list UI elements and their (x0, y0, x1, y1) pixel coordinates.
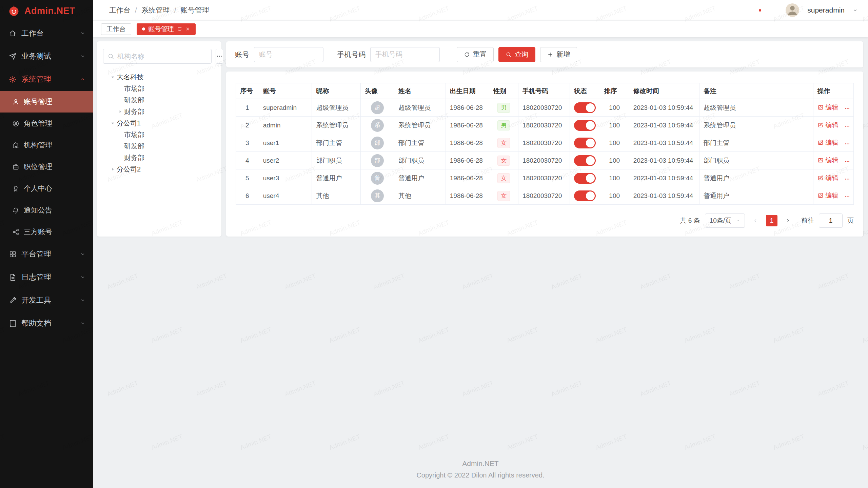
sidebar-item[interactable]: 工作台 (0, 22, 93, 45)
tree-node[interactable]: 财务部 (103, 152, 215, 163)
refresh-icon[interactable] (177, 26, 182, 32)
status-toggle[interactable] (574, 173, 596, 184)
status-toggle[interactable] (574, 120, 596, 131)
sidebar-subitem[interactable]: 角色管理 (0, 113, 93, 134)
more-icon (216, 53, 223, 60)
caret-open-icon[interactable] (108, 121, 117, 126)
caret-closed-icon[interactable] (108, 167, 117, 172)
sidebar-subitem[interactable]: 通知公告 (0, 199, 93, 221)
sidebar-subitem[interactable]: 机构管理 (0, 134, 93, 156)
cell-account: superadmin (259, 99, 312, 117)
next-page-button[interactable] (782, 215, 794, 226)
platform-icon (9, 250, 17, 258)
profile-icon (12, 185, 19, 192)
sidebar-subitem[interactable]: 账号管理 (0, 91, 93, 113)
cell-modified: 2023-01-03 10:59:44 (629, 99, 699, 117)
status-toggle[interactable] (574, 155, 596, 166)
edit-button[interactable]: 编辑 (817, 156, 839, 165)
sidebar-menu: 工作台业务测试系统管理账号管理角色管理机构管理职位管理个人中心通知公告三方账号平… (0, 22, 93, 335)
page-size-select[interactable]: 10条/页 (705, 214, 745, 228)
table-row: 4user2部门职员部部门职员1986-06-28女18020030720100… (236, 152, 854, 169)
tree-node[interactable]: 研发部 (103, 140, 215, 152)
account-filter-input[interactable] (254, 47, 323, 62)
caret-open-icon[interactable] (108, 75, 117, 80)
status-toggle[interactable] (574, 138, 596, 148)
reset-button[interactable]: 重置 (457, 47, 494, 62)
status-toggle[interactable] (574, 102, 596, 113)
sidebar-item-label: 帮助文档 (21, 318, 51, 328)
breadcrumb-item[interactable]: 系统管理 (141, 5, 170, 15)
user-avatar[interactable] (786, 3, 799, 17)
footer-copyright: Copyright © 2022 Dilon All rights reserv… (93, 471, 868, 479)
status-toggle[interactable] (574, 190, 596, 201)
sidebar-item-label: 平台管理 (21, 249, 51, 259)
org-search-input[interactable] (117, 53, 207, 60)
org-search-field[interactable] (103, 49, 212, 64)
sidebar-item[interactable]: 日志管理 (0, 266, 93, 289)
cell-gender: 女 (489, 134, 518, 152)
account-filter-label: 账号 (235, 50, 249, 59)
row-more-button[interactable] (844, 105, 850, 112)
edit-button[interactable]: 编辑 (817, 174, 839, 182)
tree-node-label: 财务部 (124, 153, 144, 162)
sidebar-subitem[interactable]: 三方账号 (0, 221, 93, 243)
sidebar-item[interactable]: 平台管理 (0, 243, 93, 266)
cell-index: 6 (236, 187, 259, 205)
tree-node[interactable]: 市场部 (103, 129, 215, 140)
tree-node[interactable]: 分公司1 (103, 117, 215, 129)
edit-button[interactable]: 编辑 (817, 138, 839, 147)
tree-node[interactable]: 市场部 (103, 83, 215, 94)
sidebar-item[interactable]: 业务测试 (0, 45, 93, 68)
goto-page-input[interactable] (819, 214, 843, 228)
chevron-up-icon (80, 77, 85, 82)
tab-item[interactable]: 账号管理 (137, 23, 196, 35)
org-more-button[interactable] (216, 49, 223, 64)
tree-node[interactable]: 分公司2 (103, 163, 215, 175)
sidebar-item[interactable]: 系统管理 (0, 68, 93, 91)
row-more-button[interactable] (844, 158, 850, 165)
sidebar-item-label: 业务测试 (21, 51, 51, 61)
sidebar-item[interactable]: 帮助文档 (0, 312, 93, 335)
current-page[interactable]: 1 (766, 215, 777, 226)
row-more-button[interactable] (844, 176, 850, 182)
edit-button[interactable]: 编辑 (817, 121, 839, 129)
account-table-card: 序号账号昵称头像姓名出生日期性别手机号码状态排序修改时间备注操作1superad… (226, 72, 863, 237)
cell-remark: 部门主管 (699, 134, 813, 152)
edit-button[interactable]: 编辑 (817, 103, 839, 112)
column-header: 出生日期 (446, 83, 489, 99)
tree-node[interactable]: 财务部 (103, 106, 215, 117)
cell-actions: 编辑 (813, 117, 853, 134)
column-header: 备注 (699, 83, 813, 99)
sidebar-subitem[interactable]: 职位管理 (0, 156, 93, 178)
tree-node[interactable]: 研发部 (103, 94, 215, 106)
username[interactable]: superadmin (807, 6, 845, 14)
cell-name: 部门职员 (394, 152, 446, 169)
cell-account: user2 (259, 152, 312, 169)
edit-button[interactable]: 编辑 (817, 191, 839, 200)
column-header: 账号 (259, 83, 312, 99)
gender-tag: 女 (497, 173, 510, 183)
tab-item[interactable]: 工作台 (101, 23, 131, 35)
sidebar-item[interactable]: 开发工具 (0, 289, 93, 312)
chevron-down-icon[interactable] (853, 8, 858, 13)
tools-icon (9, 297, 17, 304)
row-more-button[interactable] (844, 141, 850, 147)
cell-birthdate: 1986-06-28 (446, 152, 489, 169)
app-logo[interactable]: Admin.NET (0, 0, 93, 22)
row-avatar: 普 (371, 172, 384, 185)
add-button[interactable]: 新增 (540, 47, 577, 62)
breadcrumb-item[interactable]: 工作台 (109, 5, 131, 15)
filter-bar: 账号 手机号码 重置 查询 新增 (226, 41, 863, 67)
breadcrumb-item[interactable]: 账号管理 (181, 5, 209, 15)
row-more-button[interactable] (844, 194, 850, 200)
table-row: 3user1部门主管部部门主管1986-06-28女18020030720100… (236, 134, 854, 152)
search-button[interactable]: 查询 (498, 47, 535, 62)
prev-page-button[interactable] (750, 215, 761, 226)
sidebar-subitem[interactable]: 个人中心 (0, 178, 93, 199)
phone-filter-input[interactable] (370, 47, 440, 62)
tree-node[interactable]: 大名科技 (103, 71, 215, 83)
close-icon[interactable] (185, 26, 190, 32)
caret-closed-icon[interactable] (116, 109, 124, 114)
edit-button-label: 编辑 (826, 156, 839, 165)
row-more-button[interactable] (844, 123, 850, 129)
